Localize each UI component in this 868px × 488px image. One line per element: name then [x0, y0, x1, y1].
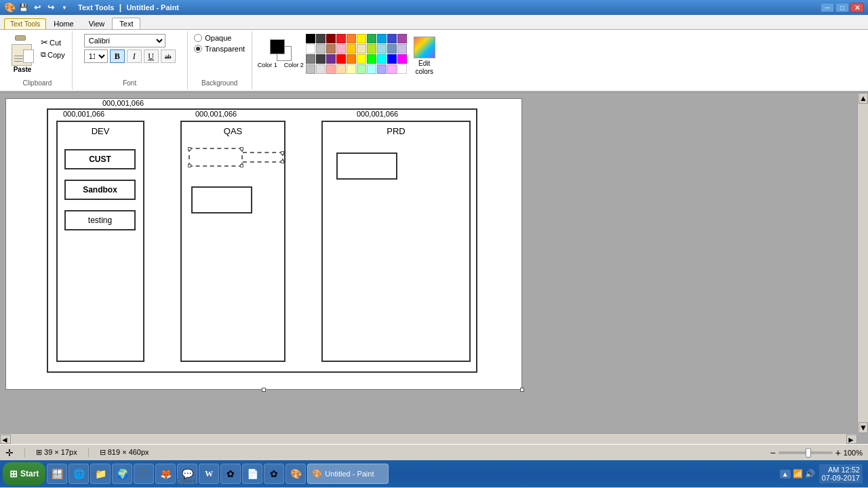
- qat-dropdown[interactable]: ▼: [59, 2, 70, 13]
- copy-button[interactable]: ⧉ Copy: [39, 49, 66, 60]
- transparent-option[interactable]: Transparent: [194, 45, 245, 53]
- paint-canvas[interactable]: 000,001,066 000,001,066 DEV CUST Sandbox…: [5, 98, 522, 390]
- swatch[interactable]: [377, 44, 387, 54]
- tray-icons: ▲ 📶 🔊: [780, 469, 815, 479]
- taskbar-media[interactable]: 🎵: [134, 464, 154, 484]
- scrollbar-down[interactable]: ▼: [859, 422, 868, 433]
- start-button[interactable]: ⊞ Start: [3, 462, 45, 485]
- underline-button[interactable]: U: [144, 49, 159, 63]
- scrollbar-right[interactable]: ►: [846, 434, 857, 444]
- swatch[interactable]: [397, 54, 407, 64]
- swatch[interactable]: [347, 34, 356, 43]
- swatch-grid: [306, 34, 407, 74]
- tab-home[interactable]: Home: [46, 18, 81, 29]
- strikethrough-button[interactable]: ab: [161, 49, 176, 63]
- taskbar-firefox[interactable]: 🦊: [155, 464, 176, 484]
- swatch[interactable]: [357, 64, 366, 74]
- taskbar-acrobat[interactable]: 📄: [242, 464, 262, 484]
- swatch[interactable]: [367, 64, 376, 74]
- font-family-select[interactable]: Calibri: [84, 34, 165, 47]
- bold-button[interactable]: B: [110, 49, 125, 63]
- swatch[interactable]: [347, 44, 356, 54]
- zoom-controls: − + 100%: [770, 447, 863, 458]
- taskbar-app2[interactable]: ✿: [264, 464, 284, 484]
- swatch[interactable]: [357, 34, 366, 43]
- swatch[interactable]: [316, 44, 326, 54]
- swatch[interactable]: [316, 64, 326, 74]
- canvas-handle-bottom[interactable]: [262, 388, 266, 392]
- swatch[interactable]: [336, 54, 346, 64]
- zoom-minus[interactable]: −: [770, 447, 775, 458]
- italic-button[interactable]: I: [127, 49, 142, 63]
- scissors-icon: ✂: [41, 37, 48, 47]
- swatch[interactable]: [367, 54, 376, 64]
- tab-text[interactable]: Text: [112, 18, 140, 29]
- swatch[interactable]: [316, 54, 326, 64]
- swatch[interactable]: [336, 34, 346, 43]
- swatch[interactable]: [387, 34, 397, 43]
- taskbar-chrome[interactable]: 🌍: [112, 464, 132, 484]
- qat-save[interactable]: 💾: [18, 2, 29, 13]
- canvas-handle-bottomright[interactable]: [520, 388, 524, 392]
- swatch[interactable]: [387, 44, 397, 54]
- swatch[interactable]: [347, 64, 356, 74]
- swatch[interactable]: [367, 44, 376, 54]
- zoom-slider[interactable]: [778, 451, 833, 454]
- swatch[interactable]: [326, 64, 336, 74]
- swatch[interactable]: [397, 44, 407, 54]
- qat-redo[interactable]: ↪: [45, 2, 56, 13]
- active-window-button[interactable]: 🎨 Untitled - Paint: [307, 464, 389, 484]
- taskbar-app1[interactable]: ✿: [220, 464, 241, 484]
- swatch[interactable]: [367, 34, 376, 43]
- paste-button[interactable]: Paste: [8, 34, 37, 75]
- swatch[interactable]: [377, 54, 387, 64]
- taskbar-paint[interactable]: 🎨: [285, 464, 306, 484]
- background-group: Opaque Transparent Background: [188, 31, 252, 89]
- tray-expand[interactable]: ▲: [780, 470, 791, 479]
- swatch[interactable]: [336, 64, 346, 74]
- swatch[interactable]: [357, 44, 366, 54]
- paint-icon-small: 🎨: [312, 469, 322, 479]
- swatch[interactable]: [387, 54, 397, 64]
- taskbar-ie[interactable]: 🌐: [68, 464, 89, 484]
- swatch[interactable]: [377, 34, 387, 43]
- vertical-scrollbar[interactable]: ▲ ▼: [857, 93, 868, 433]
- handle-ext-br: [281, 160, 284, 163]
- desktop-icon: 🪟: [52, 468, 63, 479]
- edit-colors-button[interactable]: Editcolors: [414, 37, 435, 76]
- swatch[interactable]: [306, 44, 315, 54]
- swatch[interactable]: [306, 64, 315, 74]
- swatch[interactable]: [347, 54, 356, 64]
- swatch[interactable]: [306, 54, 315, 64]
- zoom-plus[interactable]: +: [835, 447, 841, 458]
- handle-ext-tr: [281, 151, 284, 155]
- swatch[interactable]: [397, 64, 407, 74]
- qat-undo[interactable]: ↩: [32, 2, 43, 13]
- horizontal-scrollbar[interactable]: ◄ ►: [0, 433, 857, 444]
- taskbar-show-desktop[interactable]: 🪟: [47, 464, 67, 484]
- font-size-select[interactable]: 11: [84, 49, 108, 63]
- close-button[interactable]: ✕: [850, 3, 864, 12]
- swatch[interactable]: [377, 64, 387, 74]
- swatch[interactable]: [387, 64, 397, 74]
- color1-swatch[interactable]: [270, 39, 285, 54]
- cut-button[interactable]: ✂ Cut: [39, 37, 66, 48]
- tab-view[interactable]: View: [81, 18, 113, 29]
- swatch[interactable]: [397, 34, 407, 43]
- tab-text-tools[interactable]: Text Tools: [4, 18, 46, 29]
- swatch[interactable]: [336, 44, 346, 54]
- swatch[interactable]: [316, 34, 326, 43]
- taskbar-explorer[interactable]: 📁: [90, 464, 111, 484]
- taskbar-word[interactable]: W: [199, 464, 219, 484]
- opaque-option[interactable]: Opaque: [194, 34, 245, 42]
- scrollbar-left[interactable]: ◄: [0, 434, 11, 444]
- scrollbar-up[interactable]: ▲: [859, 93, 868, 104]
- swatch[interactable]: [326, 54, 336, 64]
- swatch[interactable]: [357, 54, 366, 64]
- clock[interactable]: AM 12:52 07-09-2017: [819, 464, 863, 483]
- minimize-button[interactable]: ─: [821, 3, 834, 12]
- maximize-button[interactable]: □: [835, 3, 849, 12]
- swatch[interactable]: [326, 34, 336, 43]
- swatch[interactable]: [326, 44, 336, 54]
- swatch[interactable]: [306, 34, 315, 43]
